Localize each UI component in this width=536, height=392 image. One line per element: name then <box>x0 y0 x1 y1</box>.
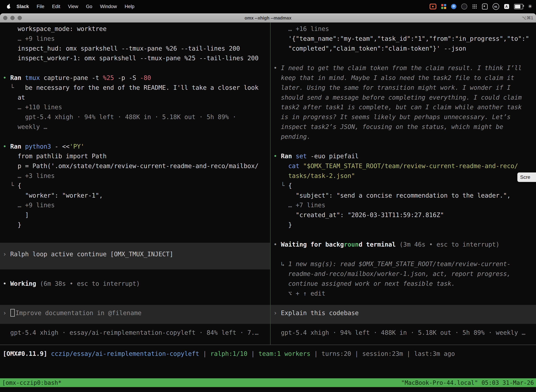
terminal-line: inspect_hud: omx sparkshell --tmux-pane … <box>3 44 270 54</box>
terminal-line: • Working (6m 38s • esc to interrupt) <box>3 279 270 289</box>
terminal-content: workspace_mode: worktree … +9 lines insp… <box>0 23 536 392</box>
terminal-line: • Ran tmux capture-pane -t %25 -p -S -80 <box>3 73 270 83</box>
dots-grid-icon[interactable] <box>472 4 477 9</box>
terminal-line: • Ran python3 - <<'PY' <box>3 142 270 152</box>
input-source-label: A <box>505 5 508 9</box>
terminal-line: └ { <box>3 181 270 191</box>
apple-menu-icon[interactable] <box>5 4 12 9</box>
menu-window[interactable]: Window <box>96 4 121 9</box>
tmux-session-name: [omx-cczip0:bash* <box>2 379 62 386</box>
omx-hud-status: [OMX#0.11.9] cczip/essay/ai-reimplementa… <box>3 349 536 359</box>
color-grid-icon[interactable] <box>441 4 446 9</box>
menu-view[interactable]: View <box>64 4 82 9</box>
screen-sharing-notification[interactable]: Scre <box>517 173 536 182</box>
terminal-line: gpt-5.4 xhigh · essay/ai-reimplementatio… <box>3 328 270 338</box>
terminal-line: … +9 lines <box>3 34 270 44</box>
tmux-pane-left[interactable]: workspace_mode: worktree … +9 lines insp… <box>0 23 270 345</box>
terminal-line: readme-and-reco/mailbox/worker-1.json, a… <box>273 269 536 279</box>
tmux-status-bar: [omx-cczip0:bash* "MacBook-Pro-44.local"… <box>0 378 536 387</box>
terminal-line: └ be necessary for the end of the README… <box>3 83 270 93</box>
terminal-line: "worker": "worker-1", <box>3 191 270 201</box>
terminal-line: • Ran set -euo pipefail <box>273 151 536 161</box>
window-title: omx --xhigh --madmax <box>0 15 536 21</box>
fan-icon[interactable]: ✳ <box>528 4 532 9</box>
terminal-line: └ { <box>273 181 536 191</box>
terminal-line: • I need to get the claim token from the… <box>273 63 536 73</box>
terminal-line: › Explain this codebase <box>273 308 536 318</box>
tmux-host-clock: "MacBook-Pro-44.local" 05:03 31-Mar-26 <box>401 379 534 386</box>
terminal-line: gpt-5.4 xhigh · 94% left · 488K in · 5.1… <box>3 112 270 122</box>
terminal-line: continue assigned work or next feasible … <box>273 279 536 289</box>
menu-file[interactable]: File <box>33 4 48 9</box>
screen-sharing-notification-text: Scre <box>520 174 530 180</box>
terminal-line: › Ralph loop active continue [OMX_TMUX_I… <box>3 249 270 259</box>
terminal-line: ] <box>3 210 270 220</box>
input-source-icon[interactable]: A <box>504 4 509 9</box>
window-shortcut-hint: ⌥⌘1 <box>522 15 533 20</box>
terminal-line: later. Using the same for transition mig… <box>273 83 536 93</box>
terminal-line: '{"team_name":"my-team","task_id":"1","f… <box>273 34 536 44</box>
menu-bar-status-icons: 61 A ✳ <box>430 3 536 10</box>
terminal-line: gpt-5.4 xhigh · 94% left · 488K in · 5.1… <box>273 328 536 338</box>
gray-app-icon[interactable] <box>482 4 488 9</box>
hud-divider <box>0 345 536 345</box>
terminal-line: … +9 lines <box>3 201 270 210</box>
terminal-line: inspect_worker-1: omx sparkshell --tmux-… <box>3 53 270 63</box>
gauge-label: 61 <box>494 5 497 8</box>
terminal-line: should send a message before completing … <box>273 93 536 103</box>
terminal-line: keep that in mind. Maybe I also need the… <box>273 73 536 83</box>
gauge-icon[interactable]: 61 <box>493 3 499 10</box>
menu-go[interactable]: Go <box>82 4 96 9</box>
terminal-line: … +3 lines <box>3 171 270 181</box>
terminal-line: "created_at": "2026-03-31T11:59:27.816Z" <box>273 210 536 220</box>
terminal-line: › Improve documentation in @filename <box>3 308 270 318</box>
tmux-pane-right[interactable]: … +16 lines '{"team_name":"my-team","tas… <box>271 23 536 345</box>
terminal-line: • Waiting for background terminal (3m 46… <box>273 240 536 250</box>
terminal-line: is in progress? It seems likely but perh… <box>273 112 536 122</box>
terminal-line: at <box>3 93 270 103</box>
terminal-line: p = Path('.omx/state/team/review-current… <box>3 161 270 171</box>
record-indicator-icon[interactable] <box>430 4 436 9</box>
app-menu-slack[interactable]: Slack <box>12 4 33 9</box>
menu-bar-left: Slack File Edit View Go Window Help <box>0 4 138 9</box>
terminal-line: task2 after task1 is complete, but can I… <box>273 103 536 112</box>
terminal-line: pending. <box>273 132 536 142</box>
terminal-line: ⌥ + ↑ edit <box>273 289 536 299</box>
battery-icon[interactable] <box>514 4 523 9</box>
window-titlebar[interactable]: omx --xhigh --madmax ⌥⌘1 <box>0 13 536 23</box>
menu-bar: Slack File Edit View Go Window Help 61 A <box>0 0 536 13</box>
terminal-line: … +110 lines <box>3 103 270 112</box>
terminal-line: "subject": "send a concise recommendatio… <box>273 191 536 201</box>
terminal-line: ↳ 1 new msg(s): read $OMX_TEAM_STATE_ROO… <box>273 259 536 269</box>
terminal-line: workspace_mode: worktree <box>3 24 270 34</box>
terminal-line: } <box>273 220 536 230</box>
terminal-window: omx --xhigh --madmax ⌥⌘1 workspace_mode:… <box>0 13 536 392</box>
terminal-line: } <box>3 220 270 230</box>
dark-circle-icon[interactable] <box>461 4 467 9</box>
terminal-line: "completed","claim_token":"claim-token"}… <box>273 44 536 54</box>
terminal-line: cat "$OMX_TEAM_STATE_ROOT/team/review-cu… <box>273 161 536 171</box>
browser-icon[interactable] <box>451 4 456 9</box>
terminal-line: from pathlib import Path <box>3 151 270 161</box>
terminal-line: inspect task2’s JSON, focusing on the st… <box>273 122 536 132</box>
terminal-line: … +7 lines <box>273 201 536 210</box>
terminal-line: weekly … <box>3 122 270 132</box>
terminal-line: … +16 lines <box>273 24 536 34</box>
menu-edit[interactable]: Edit <box>48 4 64 9</box>
terminal-line: tasks/task-2.json" <box>273 171 536 181</box>
menu-help[interactable]: Help <box>121 4 139 9</box>
